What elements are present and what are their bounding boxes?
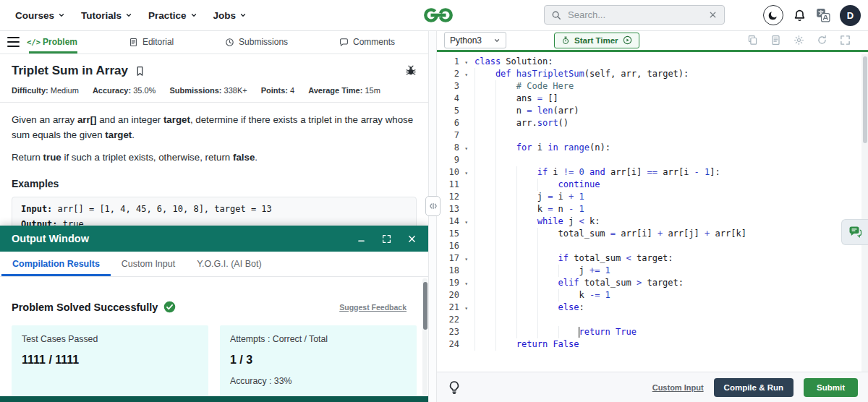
output-window: Output Window Compilation ResultsCustom … xyxy=(0,226,428,402)
indent-guide xyxy=(537,326,558,338)
indent-guide xyxy=(495,179,516,191)
search-bar[interactable] xyxy=(544,5,725,25)
output-window-header: Output Window xyxy=(0,226,428,252)
indent-guide xyxy=(495,240,516,252)
chevron-down-icon xyxy=(239,12,247,19)
gfg-logo[interactable] xyxy=(422,5,454,25)
chat-widget-button[interactable] xyxy=(841,219,868,245)
gutter-line: 3 xyxy=(437,80,470,93)
tab-problem[interactable]: </>Problem xyxy=(29,30,77,54)
nav-item-practice[interactable]: Practice xyxy=(142,10,204,21)
editor-scrollbar[interactable] xyxy=(861,54,868,372)
indent-guide xyxy=(475,191,495,203)
indent-guide xyxy=(475,68,495,80)
code-editor[interactable]: 1▾2▾345678▾910▾11121314▾151617▾1819▾2021… xyxy=(437,54,868,372)
editor-footer: Custom Input Compile & Run Submit xyxy=(437,372,868,402)
topbar-actions: D xyxy=(763,0,861,30)
output-window-title: Output Window xyxy=(12,233,89,244)
output-content: Problem Solved Successfully Suggest Feed… xyxy=(0,277,428,402)
gutter-line: 1▾ xyxy=(437,56,470,68)
tab-comments[interactable]: Comments xyxy=(339,30,395,54)
text-cursor xyxy=(579,327,579,338)
tab-label: Comments xyxy=(353,37,395,47)
fold-arrow-icon[interactable]: ▾ xyxy=(464,216,468,228)
indent-guide xyxy=(558,326,579,338)
reset-code-icon[interactable] xyxy=(817,35,827,46)
output-scrollbar[interactable] xyxy=(422,278,427,395)
meta-item: Average Time: 15m xyxy=(308,86,380,95)
fold-arrow-icon[interactable]: ▾ xyxy=(464,69,468,81)
nav-item-tutorials[interactable]: Tutorials xyxy=(75,10,139,21)
settings-icon[interactable] xyxy=(793,35,804,46)
indent-guide xyxy=(537,302,558,314)
fold-arrow-icon[interactable]: ▾ xyxy=(464,278,468,290)
gutter-line: 2▾ xyxy=(437,68,470,80)
gutter-line: 15 xyxy=(437,228,470,240)
notifications-button[interactable] xyxy=(793,9,807,22)
tab-editorial[interactable]: Editorial xyxy=(129,30,174,54)
bookmark-icon[interactable] xyxy=(135,66,145,77)
menu-button[interactable] xyxy=(0,30,26,54)
output-tab-y-o-g-i-ai-bot[interactable]: Y.O.G.I. (AI Bot) xyxy=(186,252,272,276)
fold-arrow-icon[interactable]: ▾ xyxy=(464,167,468,179)
fold-arrow-icon[interactable]: ▾ xyxy=(464,142,468,155)
notes-icon[interactable] xyxy=(770,35,781,46)
hint-bulb-icon[interactable] xyxy=(447,380,461,395)
expand-icon[interactable] xyxy=(382,234,391,244)
suggest-feedback-link[interactable]: Suggest Feedback xyxy=(339,303,407,312)
start-timer-button[interactable]: Start Timer xyxy=(554,33,639,48)
code-line: continue xyxy=(475,179,868,191)
nav-item-jobs[interactable]: Jobs xyxy=(207,10,254,21)
splitter-handle[interactable] xyxy=(425,196,441,216)
code-line: n = len(arr) xyxy=(475,105,868,117)
gutter-line: 19▾ xyxy=(437,277,470,289)
minimize-icon[interactable] xyxy=(357,234,366,244)
close-icon[interactable] xyxy=(407,234,417,244)
code-line: # Code Here xyxy=(475,80,868,93)
user-avatar[interactable]: D xyxy=(840,5,861,26)
code-line: j += 1 xyxy=(475,265,868,277)
copy-code-icon[interactable] xyxy=(747,35,758,46)
custom-input-link[interactable]: Custom Input xyxy=(652,383,704,392)
result-card: Test Cases Passed1111 / 1111 xyxy=(12,325,208,402)
splitter-icon xyxy=(428,198,438,214)
doc-icon xyxy=(129,38,138,47)
indent-guide xyxy=(516,215,537,228)
indent-guide xyxy=(537,289,558,302)
submit-button[interactable]: Submit xyxy=(804,378,858,397)
chevron-down-icon xyxy=(190,12,197,19)
gutter-line: 23 xyxy=(437,326,470,338)
fold-arrow-icon[interactable]: ▾ xyxy=(464,302,468,315)
translate-button[interactable] xyxy=(816,8,830,22)
editor-scrollbar-thumb[interactable] xyxy=(863,56,867,143)
compile-run-button[interactable]: Compile & Run xyxy=(714,378,793,397)
code-line: elif total_sum > target: xyxy=(475,277,868,289)
output-tab-compilation-results[interactable]: Compilation Results xyxy=(1,252,111,276)
language-select[interactable]: Python3 xyxy=(444,32,506,48)
indent-guide xyxy=(495,105,516,117)
output-tab-custom-input[interactable]: Custom Input xyxy=(111,252,186,276)
gutter-line: 24 xyxy=(437,338,470,351)
gutter-line: 7 xyxy=(437,129,470,142)
panel-splitter[interactable] xyxy=(428,30,437,402)
clear-search-icon[interactable] xyxy=(708,10,718,20)
example-box: Input: arr[] = [1, 4, 45, 6, 10, 8], tar… xyxy=(12,197,417,226)
code-line xyxy=(475,129,868,142)
problem-statement-line1: Given an array arr[] and an integer targ… xyxy=(12,112,417,142)
code-line: ans = [] xyxy=(475,93,868,105)
fold-arrow-icon[interactable]: ▾ xyxy=(464,56,468,69)
code-line: if total_sum < target: xyxy=(475,252,868,265)
gutter-line: 11 xyxy=(437,179,470,191)
theme-toggle-button[interactable] xyxy=(763,5,783,25)
tab-label: Editorial xyxy=(142,37,174,47)
indent-guide xyxy=(516,265,537,277)
bell-icon xyxy=(793,9,807,22)
nav-item-courses[interactable]: Courses xyxy=(9,10,72,21)
indent-guide xyxy=(495,314,516,326)
fold-arrow-icon[interactable]: ▾ xyxy=(464,253,468,265)
report-bug-icon[interactable] xyxy=(405,65,417,77)
tab-submissions[interactable]: Submissions xyxy=(225,30,288,54)
search-input[interactable] xyxy=(566,9,703,21)
fullscreen-icon[interactable] xyxy=(840,35,851,46)
output-scrollbar-thumb[interactable] xyxy=(423,282,427,330)
